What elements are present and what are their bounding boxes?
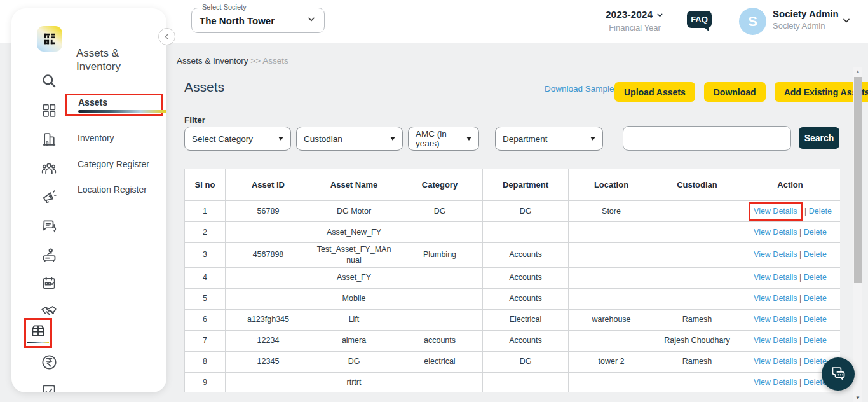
assets-table-container: Sl noAsset IDAsset NameCategoryDepartmen… (184, 169, 840, 392)
cell-department: Accounts (483, 267, 569, 288)
helpdesk-icon[interactable] (40, 246, 58, 263)
discussions-icon[interactable] (40, 217, 58, 235)
delete-link[interactable]: Delete (804, 250, 827, 259)
payments-icon[interactable] (40, 353, 58, 371)
cell-location: warehouse (569, 309, 654, 330)
delete-link[interactable]: Delete (804, 336, 827, 345)
view-details-link[interactable]: View Details (754, 228, 797, 237)
active-item-underline (78, 110, 166, 113)
user-name: Society Admin (773, 8, 839, 19)
column-header-custodian: Custodian (654, 169, 740, 201)
assets-table: Sl noAsset IDAsset NameCategoryDepartmen… (184, 169, 840, 392)
sidebar-collapse-button[interactable] (158, 28, 175, 45)
cell-sl-no: 8 (185, 351, 226, 372)
cell-sl-no: 5 (185, 288, 226, 309)
faq-button[interactable]: FAQ (687, 11, 712, 28)
download-button[interactable]: Download (704, 82, 766, 102)
delete-link[interactable]: Delete (804, 357, 827, 366)
view-details-link[interactable]: View Details (754, 250, 797, 259)
app-logo[interactable] (37, 26, 62, 52)
announcement-icon[interactable] (40, 188, 58, 205)
select-category-dropdown[interactable]: Select Category (184, 127, 291, 151)
search-icon[interactable] (40, 72, 58, 90)
cell-location: tower 2 (569, 351, 654, 372)
bookings-icon[interactable] (40, 274, 58, 292)
search-button[interactable]: Search (799, 127, 839, 149)
delete-link[interactable]: Delete (804, 315, 827, 324)
action-separator: | (804, 207, 806, 216)
delete-link[interactable]: Delete (804, 228, 827, 237)
chat-icon (830, 364, 847, 384)
cell-location (569, 222, 654, 243)
cell-sl-no: 4 (185, 267, 226, 288)
financial-year-selector[interactable]: 2023-2024 Financial Year (594, 9, 675, 32)
column-header-action: Action (740, 169, 841, 201)
delete-link[interactable]: Delete (809, 207, 832, 216)
action-separator: | (799, 336, 801, 345)
page-title: Assets (184, 80, 224, 95)
assets-icon-active[interactable] (24, 318, 52, 348)
scrollbar-thumb[interactable] (854, 77, 862, 283)
column-header-category: Category (397, 169, 483, 201)
delete-link[interactable]: Delete (804, 273, 827, 282)
caret-down-icon (278, 137, 283, 141)
scroll-up-arrow-icon[interactable]: ▲ (853, 67, 862, 76)
cell-category (397, 372, 483, 392)
cell-category (397, 288, 483, 309)
view-details-link[interactable]: View Details (754, 273, 797, 282)
cell-sl-no: 9 (185, 372, 226, 392)
assets-table-body: 156789DG MotorDGDGStoreView Details | De… (185, 201, 841, 393)
department-dropdown[interactable]: Department (495, 127, 603, 151)
cell-action: View Details | Delete (740, 222, 841, 243)
scroll-down-arrow-icon[interactable]: ▼ (853, 393, 862, 402)
cell-category: DG (397, 201, 483, 222)
sidebar-item-assets[interactable]: Assets (65, 94, 163, 116)
action-separator: | (799, 378, 801, 387)
breadcrumb-parent[interactable]: Assets & Inventory (177, 56, 248, 66)
polls-icon[interactable] (40, 382, 58, 392)
sidebar-item-inventory[interactable]: Inventory (78, 133, 114, 143)
avatar[interactable]: S (739, 8, 766, 35)
vendors-icon[interactable] (40, 302, 58, 320)
support-chat-button[interactable] (822, 357, 855, 391)
cell-sl-no: 6 (185, 309, 226, 330)
sidebar-item-location-register[interactable]: Location Register (78, 184, 147, 195)
cell-category (397, 309, 483, 330)
action-separator: | (799, 273, 801, 282)
user-menu-chevron-icon[interactable] (841, 15, 851, 28)
module-title: Assets & Inventory (76, 46, 159, 74)
cell-location (569, 330, 654, 351)
buildings-icon[interactable] (40, 130, 58, 148)
user-menu[interactable]: Society Admin Society Admin (773, 8, 839, 31)
column-header-department: Department (483, 169, 569, 201)
society-select[interactable]: Select Society The North Tower (191, 8, 325, 33)
view-details-link[interactable]: View Details (754, 315, 797, 324)
upload-assets-button[interactable]: Upload Assets (614, 82, 695, 102)
action-separator: | (799, 315, 801, 324)
cell-action: View Details | Delete (740, 330, 841, 351)
cell-action: View Details | Delete (740, 288, 841, 309)
download-sample-link[interactable]: Download Sample (545, 84, 614, 94)
view-details-link[interactable]: View Details (754, 336, 797, 345)
view-details-link[interactable]: View Details (754, 378, 797, 387)
caret-down-icon (590, 137, 595, 141)
amc-in-years-dropdown[interactable]: AMC (in years) (408, 127, 479, 151)
view-details-link[interactable]: View Details (754, 207, 797, 216)
cell-asset-id (226, 267, 311, 288)
custodian-dropdown[interactable]: Custodian (296, 127, 403, 151)
view-details-link[interactable]: View Details (754, 294, 797, 303)
community-icon[interactable] (40, 159, 58, 177)
dashboard-icon[interactable] (40, 101, 58, 119)
search-input[interactable] (623, 126, 791, 151)
view-details-link[interactable]: View Details (754, 357, 797, 366)
vertical-scrollbar[interactable]: ▲ ▼ (853, 67, 862, 402)
action-separator: | (799, 294, 801, 303)
column-header-asset-name: Asset Name (311, 169, 397, 201)
sidebar-item-label: Inventory (78, 133, 114, 143)
breadcrumb: Assets & Inventory >> Assets (177, 56, 288, 66)
sidebar-item-category-register[interactable]: Category Register (78, 159, 149, 169)
delete-link[interactable]: Delete (804, 294, 827, 303)
cell-category (397, 267, 483, 288)
society-select-label: Select Society (199, 3, 250, 11)
cell-category: electrical (397, 351, 483, 372)
